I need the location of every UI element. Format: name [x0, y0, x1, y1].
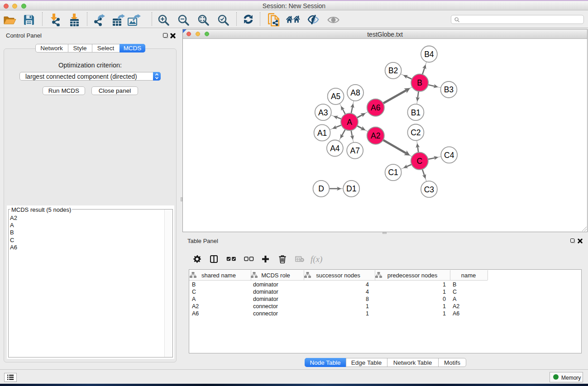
svg-text:D: D	[318, 184, 324, 193]
svg-text:A5: A5	[331, 92, 340, 101]
svg-text:C: C	[416, 157, 422, 166]
svg-text:C1: C1	[388, 168, 398, 177]
svg-text:A6: A6	[371, 103, 380, 112]
svg-text:A3: A3	[318, 108, 328, 117]
svg-text:A2: A2	[371, 131, 380, 140]
svg-text:B1: B1	[411, 108, 421, 117]
svg-text:A4: A4	[330, 144, 340, 153]
svg-text:A1: A1	[317, 129, 327, 138]
svg-text:A7: A7	[350, 146, 359, 155]
svg-text:B4: B4	[424, 50, 434, 59]
svg-text:A: A	[347, 118, 352, 127]
svg-text:C3: C3	[424, 185, 434, 194]
svg-text:D1: D1	[346, 184, 356, 193]
svg-text:A8: A8	[350, 88, 360, 97]
svg-text:C4: C4	[444, 151, 454, 160]
svg-text:B2: B2	[388, 66, 398, 75]
svg-text:B3: B3	[444, 85, 454, 94]
svg-text:B: B	[417, 78, 422, 87]
svg-text:C2: C2	[411, 128, 421, 137]
